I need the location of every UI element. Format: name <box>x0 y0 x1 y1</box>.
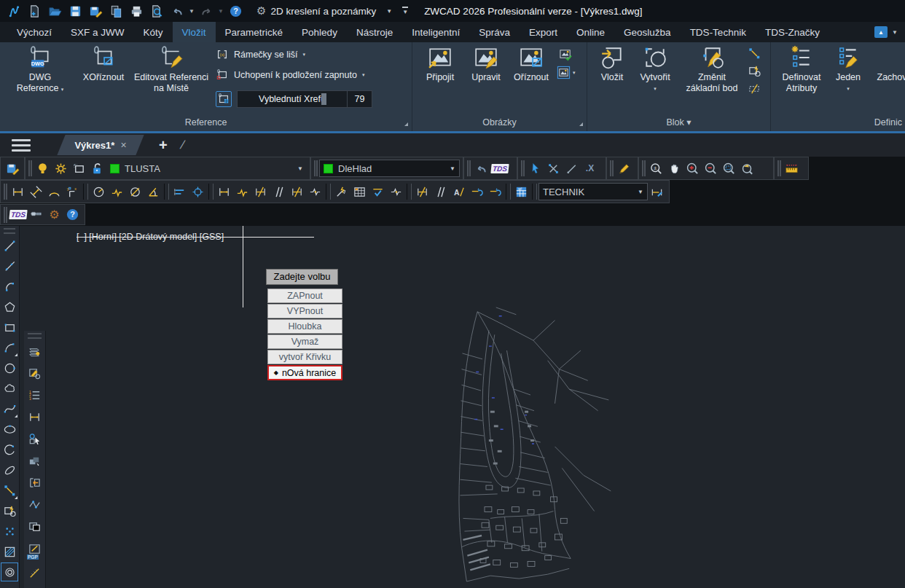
block-editor-icon[interactable] <box>24 362 45 384</box>
option-nova-hranice[interactable]: ◆ nOvá hranice <box>267 365 342 380</box>
tds-help-icon[interactable] <box>63 205 82 224</box>
dim-ordinate-icon[interactable] <box>63 183 82 201</box>
dim-jogged-icon[interactable] <box>108 183 126 201</box>
layer-plot-icon[interactable] <box>70 160 88 178</box>
toolbar-grip[interactable] <box>777 160 781 176</box>
panel-label-images[interactable]: Obrázky <box>412 116 587 130</box>
pgp-editor-icon[interactable]: PGP <box>24 537 45 562</box>
color-combo[interactable]: DleHlad ▼ <box>319 160 460 177</box>
table-tool-icon[interactable] <box>0 582 19 588</box>
layer-states-icon[interactable] <box>24 340 45 362</box>
block-setbase-button[interactable]: Změnit základní bod <box>681 45 743 94</box>
underlay-snap-dropdown[interactable]: Uchopení k podložení zapnuto ▾ <box>216 68 364 82</box>
panel-label-block[interactable]: Blok ▾ <box>587 116 770 130</box>
viewport-icon[interactable] <box>24 515 45 537</box>
panel-images-expander[interactable] <box>579 122 583 126</box>
tab-export[interactable]: Export <box>520 22 567 42</box>
donut-tool-icon[interactable] <box>0 562 19 582</box>
dim-text-edit-icon[interactable] <box>450 183 468 201</box>
dim-spacing-icon[interactable] <box>270 183 288 201</box>
redo-icon[interactable] <box>197 2 216 20</box>
polygon-tool-icon[interactable] <box>0 297 19 317</box>
dim-parallel-icon[interactable] <box>431 183 450 201</box>
toolbar-grip[interactable] <box>28 333 42 339</box>
dim-break-icon[interactable] <box>288 183 306 201</box>
ribbon-minimize-button[interactable]: ▲ <box>874 26 888 38</box>
xref-fade-value[interactable]: 79 <box>348 90 372 108</box>
single-edit-button[interactable]: Jeden ▾ <box>831 45 866 94</box>
erase-icon[interactable] <box>544 160 563 178</box>
dim-diameter-icon[interactable] <box>126 183 144 201</box>
tab-inteligentni[interactable]: Inteligentní <box>402 22 469 42</box>
dim-leader-icon[interactable] <box>332 183 350 201</box>
toolbar-grip[interactable] <box>610 160 614 176</box>
define-attributes-button[interactable]: Definovat Atributy <box>775 45 828 94</box>
layer-lock-icon[interactable] <box>88 160 106 178</box>
xclip-button[interactable]: XOříznout <box>77 45 130 83</box>
tds-logo-icon[interactable]: TDS <box>490 160 509 178</box>
block-flash-icon[interactable] <box>748 64 761 78</box>
select-cursor-icon[interactable] <box>526 160 544 178</box>
quick-dimension-icon[interactable] <box>24 406 45 428</box>
undo-icon[interactable] <box>168 2 187 20</box>
dim-style-manager-icon[interactable] <box>512 183 530 201</box>
panel-label-reference[interactable]: Reference <box>0 116 412 130</box>
blocks-palette-icon[interactable] <box>24 450 45 471</box>
block-flatten-icon[interactable] <box>748 82 761 95</box>
tab-geosluzba[interactable]: Geoslužba <box>614 22 681 42</box>
dim-tolerance-icon[interactable] <box>369 183 387 201</box>
document-tab-active[interactable]: Výkres1* × <box>61 135 140 155</box>
tab-nastroje[interactable]: Nástroje <box>347 22 402 42</box>
dim-arc-length-icon[interactable] <box>45 183 63 201</box>
create-block-tool-icon[interactable] <box>0 501 19 521</box>
dim-angular-icon[interactable] <box>144 183 162 201</box>
dim-linear-icon[interactable] <box>9 183 27 201</box>
help-icon[interactable] <box>226 2 245 20</box>
xref-fade-icon[interactable] <box>216 91 232 107</box>
frames-dropdown[interactable]: Rámečky se liší ▾ <box>216 48 305 61</box>
toolbar-grip[interactable] <box>521 160 525 176</box>
dim-edit-icon[interactable] <box>648 183 666 201</box>
ribbon-options-arrow[interactable]: ▼ <box>892 29 898 36</box>
toolbar-grip[interactable] <box>28 160 32 176</box>
option-vypnout[interactable]: VYPnout <box>267 304 342 318</box>
dim-aligned-icon[interactable] <box>27 183 45 201</box>
ellipse-tool-icon[interactable] <box>0 419 19 439</box>
dim-text-angle-icon[interactable] <box>468 183 486 201</box>
tab-vychozi[interactable]: Výchozí <box>7 22 61 42</box>
toolbar-grip[interactable] <box>4 207 7 223</box>
point-filter-icon[interactable]: .X <box>581 160 599 178</box>
tab-sxf-a-jww[interactable]: SXF a JWW <box>61 22 134 42</box>
dim-baseline2-icon[interactable] <box>251 183 270 201</box>
workspace-switcher[interactable]: ⚙ 2D kreslení a poznámky ▼ <box>252 2 396 20</box>
drawing-canvas[interactable]: [–] [Horní] [2D Drátový model] [GSS] <box>0 226 905 588</box>
dim-quick-icon[interactable] <box>215 183 233 201</box>
block-insert-button[interactable]: Vložit <box>593 45 631 83</box>
rotated-ellipse-tool-icon[interactable] <box>0 460 19 480</box>
plot-copy-icon[interactable] <box>106 2 125 20</box>
tab-vlozit[interactable]: Vložit <box>173 22 216 42</box>
redo-dropdown-arrow[interactable]: ▼ <box>217 8 224 15</box>
xref-fade-slider[interactable]: Vyblednutí Xrefu <box>237 90 348 108</box>
print-preview-icon[interactable] <box>147 2 166 20</box>
edit-reference-button[interactable]: Editovat Referenci na Místě <box>131 45 211 94</box>
block-nodes-icon[interactable] <box>748 47 761 60</box>
dim-radius-icon[interactable] <box>90 183 108 201</box>
dim-center-mark-icon[interactable] <box>189 183 207 201</box>
dim-oblique-icon[interactable] <box>413 183 431 201</box>
tab-pohledy[interactable]: Pohledy <box>292 22 347 42</box>
document-tab-close-icon[interactable]: × <box>120 139 126 151</box>
xref-fade-handle[interactable] <box>321 93 326 105</box>
bolt-icon[interactable] <box>27 205 45 224</box>
ellipse-arc-tool-icon[interactable] <box>0 439 19 460</box>
numbered-list-icon[interactable] <box>24 384 45 406</box>
save-icon[interactable] <box>66 2 85 20</box>
ray-tool-icon[interactable] <box>0 256 19 276</box>
rectangle-tool-icon[interactable] <box>0 317 19 337</box>
customize-qat-arrow[interactable]: ▼ <box>402 7 408 15</box>
select-similar-icon[interactable] <box>24 428 45 450</box>
tab-sprava[interactable]: Správa <box>469 22 520 42</box>
arc-tool-icon[interactable] <box>0 337 19 358</box>
line-segment-icon[interactable] <box>563 160 581 178</box>
tab-koty[interactable]: Kóty <box>134 22 173 42</box>
